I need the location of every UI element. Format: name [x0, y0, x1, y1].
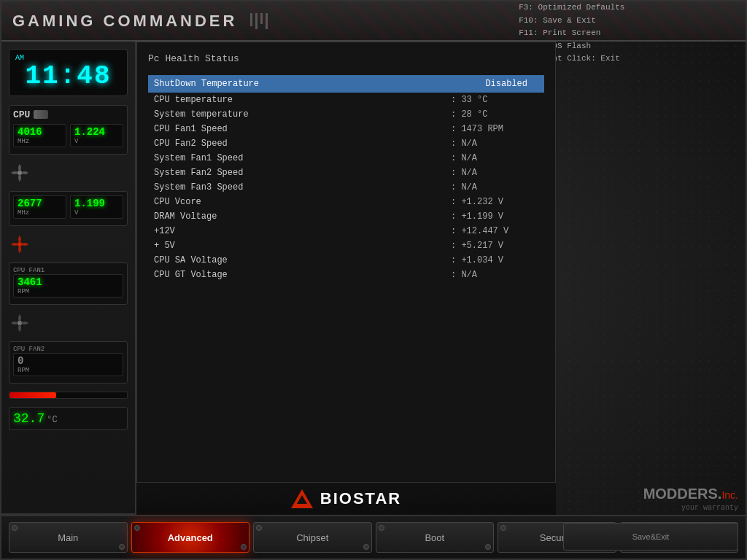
table-row[interactable]: ShutDown TemperatureDisabled: [148, 75, 544, 93]
cpu-voltage-value: 1.224: [74, 126, 119, 138]
biostar-logo-text: BIOSTAR: [320, 489, 401, 508]
cpu-fan1-row: 3461 RPM: [13, 274, 123, 298]
ram-voltage-box: 1.199 V: [70, 195, 123, 219]
table-row[interactable]: CPU SA Voltage: +1.034 V: [148, 253, 544, 268]
table-row[interactable]: System Fan1 Speed: N/A: [148, 151, 544, 166]
modders-brand: MODDERS. Inc.: [643, 486, 738, 502]
table-row-value: : +1.034 V: [451, 255, 538, 265]
nav-tab-advanced[interactable]: Advanced: [131, 522, 250, 553]
table-row-name: ShutDown Temperature: [154, 79, 474, 89]
ram-freq-value: 2677: [18, 198, 62, 209]
time-value: 11:48: [15, 62, 121, 91]
main-content: Pc Health Status ShutDown TemperatureDis…: [136, 42, 556, 515]
table-row-name: CPU temperature: [154, 95, 451, 105]
cpu-freq-unit: MHz: [18, 138, 62, 145]
table-row-name: CPU GT Voltage: [154, 270, 451, 280]
ram-freq-unit: MHz: [18, 209, 62, 217]
table-row-value: : 28 °C: [451, 109, 538, 120]
table-row[interactable]: System Fan2 Speed: N/A: [148, 166, 544, 180]
table-row-name: CPU SA Voltage: [154, 255, 451, 265]
table-row[interactable]: CPU GT Voltage: N/A: [148, 268, 544, 282]
fan-svg: [9, 163, 30, 183]
nav-tab-main[interactable]: Main: [9, 522, 128, 553]
table-row-value: : +5.217 V: [451, 241, 538, 251]
fan2-icon: [9, 312, 31, 334]
temp-bar-fill: [9, 392, 56, 398]
ram-section: 2677 MHz 1.199 V: [9, 191, 128, 226]
biostar-area: BIOSTAR: [136, 482, 556, 515]
app-title: GAMING COMMANDER: [12, 12, 237, 31]
deco-bar-4: [266, 13, 268, 29]
modders-inc: Inc.: [721, 489, 738, 501]
main-container: GAMING COMMANDER ⁑⁑: Select Screen Enter…: [0, 0, 747, 560]
cpu-fan1-value: 3461: [18, 276, 119, 288]
bottom-right-area: Save&Exit: [556, 515, 746, 559]
table-row[interactable]: CPU temperature: 33 °C: [148, 93, 544, 107]
cpu-fan2-section: CPU FAN2 0 RPM: [9, 341, 128, 384]
table-row-name: DRAM Voltage: [154, 211, 451, 222]
table-row[interactable]: +12V: +12.447 V: [148, 224, 544, 238]
cpu-fan2-box: 0 RPM: [13, 353, 123, 376]
table-row-name: CPU Vcore: [154, 197, 451, 207]
fan2-svg: [9, 313, 30, 333]
deco-bar-3: [260, 13, 263, 24]
table-row-value: : N/A: [451, 168, 538, 178]
save-exit-button[interactable]: Save&Exit: [563, 523, 738, 551]
cpu-freq-row: 4016 MHz 1.224 V: [13, 124, 123, 147]
modders-sub: your warranty: [681, 504, 738, 512]
biostar-text-label: BIOSTAR: [320, 489, 401, 508]
header-decorations: [250, 13, 268, 29]
cpu-fan1-box: 3461 RPM: [13, 274, 123, 298]
temp-bar: [9, 392, 128, 399]
cpu-freq-box: 4016 MHz: [13, 124, 66, 147]
nav-tab-chipset[interactable]: Chipset: [253, 522, 372, 553]
shortcut-f3: F3: Optimized Defaults: [519, 1, 735, 15]
table-row-value: : 33 °C: [451, 95, 538, 105]
ram-fan-svg: [9, 234, 30, 254]
ram-voltage-unit: V: [74, 209, 119, 217]
table-row-name: System temperature: [154, 109, 451, 120]
biostar-triangle-icon: [291, 489, 313, 508]
table-row[interactable]: DRAM Voltage: +1.199 V: [148, 209, 544, 224]
table-row-value: : N/A: [451, 139, 538, 149]
shortcut-f10: F10: Save & Exit: [519, 15, 735, 28]
ram-fan-icon: [9, 233, 31, 255]
table-row[interactable]: + 5V: +5.217 V: [148, 238, 544, 253]
temp-section: 32.7 °C: [9, 407, 128, 430]
fan2-icon-row: [9, 311, 128, 335]
table-row-name: CPU Fan1 Speed: [154, 124, 451, 134]
table-row-name: + 5V: [154, 241, 451, 251]
save-exit-label: Save&Exit: [632, 532, 670, 541]
temp-value: 32.7: [13, 411, 44, 426]
cpu-fan-icon-row: [9, 160, 128, 185]
content-title: Pc Health Status: [148, 53, 544, 64]
table-row-name: System Fan3 Speed: [154, 182, 451, 192]
cpu-fan2-row: 0 RPM: [13, 353, 123, 376]
modders-text: MODDERS.: [643, 486, 722, 502]
temp-unit: °C: [47, 415, 57, 425]
cpu-fan1-unit: RPM: [18, 288, 119, 295]
table-row-name: System Fan2 Speed: [154, 168, 451, 178]
table-row[interactable]: CPU Fan2 Speed: N/A: [148, 136, 544, 151]
cpu-fan1-label: CPU FAN1: [13, 267, 123, 274]
cpu-fan-icon: [9, 162, 31, 184]
ram-voltage-value: 1.199: [74, 198, 119, 209]
health-table: ShutDown TemperatureDisabledCPU temperat…: [148, 75, 544, 282]
cpu-icon: [34, 110, 48, 119]
time-display: AM 11:48: [9, 49, 128, 96]
table-row-value: : N/A: [451, 153, 538, 163]
cpu-fan2-value: 0: [18, 355, 119, 367]
table-row[interactable]: System Fan3 Speed: N/A: [148, 180, 544, 195]
modders-watermark: MODDERS. Inc. your warranty: [556, 482, 746, 515]
left-panel: AM 11:48 CPU 4016 MHz 1.224 V: [1, 42, 136, 515]
table-row[interactable]: System temperature: 28 °C: [148, 107, 544, 122]
table-row[interactable]: CPU Fan1 Speed: 1473 RPM: [148, 122, 544, 136]
nav-tab-boot[interactable]: Boot: [376, 522, 495, 553]
table-row-name: System Fan1 Speed: [154, 153, 451, 163]
table-row[interactable]: CPU Vcore: +1.232 V: [148, 195, 544, 209]
cpu-section: CPU 4016 MHz 1.224 V: [9, 105, 128, 155]
table-row-value: : N/A: [451, 270, 538, 280]
ram-freq-box: 2677 MHz: [13, 195, 66, 219]
shortcut-f11: F11: Print Screen: [519, 27, 735, 40]
table-row-value: : +1.199 V: [451, 211, 538, 222]
